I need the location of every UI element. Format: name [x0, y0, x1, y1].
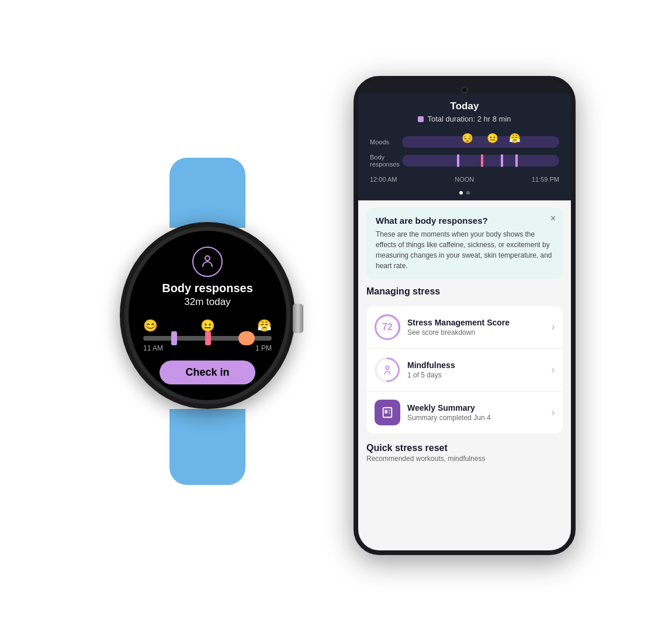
card-list: 72 Stress Management Score See score bre… — [366, 306, 563, 434]
duration-row: Total duration: 2 hr 8 min — [370, 115, 559, 123]
moods-label: Moods — [370, 138, 402, 145]
mindfulness-title: Mindfulness — [407, 360, 547, 370]
stress-score-sub: See score breakdown — [407, 328, 547, 337]
watch-band-bottom — [169, 409, 245, 485]
body-bar — [402, 155, 559, 167]
mindfulness-arc-svg — [375, 357, 400, 383]
watch-bar — [143, 336, 272, 341]
weekly-summary-chevron: › — [552, 407, 555, 418]
watch-crown — [293, 304, 303, 333]
mindfulness-circle — [375, 357, 400, 383]
axis-end: 11:59 PM — [532, 176, 559, 183]
mindfulness-sub: 1 of 5 days — [407, 371, 547, 379]
body-row: Bodyresponses — [370, 154, 559, 168]
mindfulness-chevron: › — [552, 365, 555, 375]
phone-body: Today Total duration: 2 hr 8 min Moods 😔… — [354, 76, 576, 555]
watch-screen: Body responses 32m today 😊 😐 😤 11 AM — [129, 231, 286, 400]
moods-row: Moods 😔 😐 😤 — [370, 136, 559, 148]
page-dot-1[interactable] — [459, 191, 463, 195]
watch-container: Body responses 32m today 😊 😐 😤 11 AM — [96, 181, 318, 450]
quick-stress-section: Quick stress reset Recommended workouts,… — [366, 441, 563, 463]
watch-time-row: 11 AM 1 PM — [143, 344, 272, 352]
tick-4 — [515, 154, 518, 167]
managing-stress-section: Managing stress — [366, 286, 563, 299]
page-dots — [358, 188, 571, 200]
phone-screen: Today Total duration: 2 hr 8 min Moods 😔… — [358, 93, 571, 550]
body-label: Bodyresponses — [370, 154, 402, 168]
stress-score-title: Stress Management Score — [407, 318, 547, 327]
tick-1 — [457, 154, 459, 167]
emoji-stressed: 😤 — [257, 318, 272, 332]
page-dot-2[interactable] — [466, 191, 470, 195]
watch-body: Body responses 32m today 😊 😐 😤 11 AM — [120, 222, 295, 409]
weekly-summary-item[interactable]: Weekly Summary Summary completed Jun 4 › — [366, 391, 563, 434]
watch-timeline: 😊 😐 😤 11 AM 1 PM — [143, 318, 272, 352]
mood-emoji-1: 😔 — [462, 133, 473, 144]
svg-rect-7 — [389, 410, 390, 411]
tick-2 — [481, 154, 483, 167]
stress-score-item[interactable]: 72 Stress Management Score See score bre… — [366, 306, 563, 349]
stress-score-value: 72 — [382, 322, 393, 332]
svg-point-0 — [205, 256, 210, 261]
quick-section-title: Quick stress reset — [366, 443, 563, 453]
watch-emoji-row: 😊 😐 😤 — [143, 318, 272, 332]
scene: Body responses 32m today 😊 😐 😤 11 AM — [0, 0, 672, 631]
phone-chart: Moods 😔 😐 😤 Bodyresponses — [358, 131, 571, 188]
phone-content[interactable]: What are body responses? These are the m… — [358, 200, 571, 550]
quick-section-sub: Recommended workouts, mindfulness — [366, 455, 563, 463]
marker-3 — [238, 331, 255, 345]
stress-score-text: Stress Management Score See score breakd… — [407, 318, 547, 337]
svg-rect-8 — [389, 412, 390, 414]
watch-subtitle: 32m today — [184, 296, 230, 308]
phone-camera — [461, 86, 468, 93]
checkin-button[interactable]: Check in — [160, 360, 255, 384]
moods-bar: 😔 😐 😤 — [402, 136, 559, 148]
watch-time-start: 11 AM — [143, 344, 163, 352]
watch-title: Body responses — [162, 282, 253, 295]
mood-emoji-2: 😐 — [487, 133, 498, 144]
info-card-text: These are the moments when your body sho… — [376, 229, 553, 271]
body-responses-icon — [192, 247, 223, 277]
weekly-summary-text: Weekly Summary Summary completed Jun 4 — [407, 403, 547, 422]
weekly-summary-title: Weekly Summary — [407, 403, 547, 412]
mindfulness-item[interactable]: Mindfulness 1 of 5 days › — [366, 349, 563, 391]
stress-score-circle: 72 — [375, 314, 400, 340]
phone-container: Today Total duration: 2 hr 8 min Moods 😔… — [354, 76, 576, 555]
chart-axis: 12:00 AM NOON 11:59 PM — [370, 174, 559, 188]
weekly-summary-sub: Summary completed Jun 4 — [407, 414, 547, 422]
svg-rect-6 — [385, 410, 387, 413]
duration-text: Total duration: 2 hr 8 min — [427, 115, 511, 123]
info-card-title: What are body responses? — [376, 216, 553, 226]
watch-band-top — [169, 158, 245, 228]
axis-mid: NOON — [455, 176, 474, 183]
tick-3 — [501, 154, 503, 167]
phone-header: Today Total duration: 2 hr 8 min — [358, 93, 571, 131]
emoji-happy: 😊 — [143, 318, 158, 332]
stress-score-chevron: › — [552, 322, 555, 332]
weekly-summary-icon — [375, 400, 400, 425]
info-card: What are body responses? These are the m… — [366, 207, 563, 279]
marker-2 — [205, 331, 211, 345]
emoji-neutral: 😐 — [200, 318, 215, 332]
duration-dot — [418, 116, 424, 122]
watch-time-end: 1 PM — [255, 344, 272, 352]
axis-start: 12:00 AM — [370, 176, 397, 183]
mindfulness-text: Mindfulness 1 of 5 days — [407, 360, 547, 379]
section-title-managing-stress: Managing stress — [366, 286, 563, 297]
phone-notch — [358, 81, 571, 93]
info-card-close-button[interactable]: × — [550, 213, 556, 224]
marker-1 — [171, 331, 177, 345]
mood-emoji-3: 😤 — [509, 133, 521, 144]
phone-header-title: Today — [370, 100, 559, 112]
